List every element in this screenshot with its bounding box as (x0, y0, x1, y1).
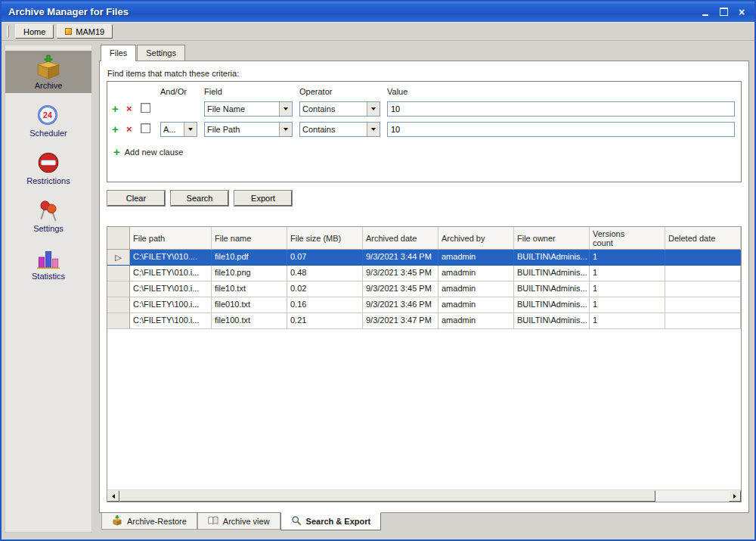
cell-file-path: C:\FILETY\100.i... (130, 313, 212, 329)
close-button[interactable]: × (736, 6, 748, 17)
sidebar-item-statistics[interactable]: Statistics (5, 241, 91, 284)
cell-file-path: C:\FILETY\100.i... (130, 297, 212, 313)
tab-search-export[interactable]: Search & Export (280, 512, 382, 530)
settings-pushpin-icon (36, 197, 61, 223)
scroll-left-button[interactable] (107, 490, 119, 502)
maximize-button[interactable] (717, 6, 730, 17)
row-selector[interactable] (107, 281, 130, 297)
tab-archive-view[interactable]: Archive view (197, 513, 280, 530)
cell-versions-count: 1 (590, 281, 665, 297)
sidebar-item-scheduler[interactable]: 24 Scheduler (5, 98, 91, 141)
home-button[interactable]: Home (15, 24, 54, 39)
window-content: Archive 24 Scheduler (2, 41, 754, 539)
grid-empty-area (107, 329, 741, 490)
tab-label: Archive view (223, 517, 270, 526)
cell-archived-by: amadmin (438, 297, 514, 313)
row-selector[interactable] (107, 266, 130, 281)
cell-file-name: file10.pdf (212, 250, 287, 266)
chevron-down-icon[interactable] (367, 123, 380, 136)
cell-versions-count: 1 (590, 297, 665, 313)
chevron-down-icon[interactable] (184, 123, 197, 136)
export-button[interactable]: Export (234, 191, 292, 206)
table-row[interactable]: C:\FILETY\010.i... file10.txt 0.02 9/3/2… (107, 281, 741, 297)
andor-dropdown-value: A... (161, 123, 184, 136)
column-header-deleted-date[interactable]: Deleted date (665, 227, 741, 250)
criteria-header-operator: Operator (299, 87, 387, 96)
scrollbar-thumb[interactable] (119, 490, 655, 502)
add-new-clause-link[interactable]: + Add new clause (113, 146, 736, 157)
sidebar-item-archive[interactable]: Archive (5, 51, 91, 93)
search-button[interactable]: Search (171, 191, 228, 206)
search-export-icon (291, 515, 302, 527)
archive-box-icon (36, 54, 61, 80)
clause-checkbox[interactable] (141, 123, 150, 133)
sidebar: Archive 24 Scheduler (5, 45, 92, 533)
column-header-archived-date[interactable]: Archived date (363, 227, 438, 250)
titlebar: Archive Manager for Files × (2, 2, 754, 22)
sidebar-item-settings[interactable]: Settings (5, 194, 91, 236)
sidebar-item-restrictions[interactable]: Restrictions (5, 146, 91, 188)
tab-archive-restore[interactable]: Archive-Restore (101, 513, 197, 530)
tab-files[interactable]: Files (101, 45, 136, 61)
column-header-file-owner[interactable]: File owner (514, 227, 590, 250)
column-header-file-size[interactable]: File size (MB) (287, 227, 363, 250)
andor-dropdown[interactable]: A... (160, 122, 197, 137)
table-row[interactable]: C:\FILETY\100.i... file100.txt 0.21 9/3/… (107, 313, 741, 329)
cell-deleted-date (665, 297, 741, 313)
chevron-down-icon[interactable] (279, 102, 292, 116)
table-row[interactable]: ▷ C:\FILETY\010.... file10.pdf 0.07 9/3/… (107, 250, 741, 266)
statistics-chart-icon (36, 245, 61, 271)
scheduler-clock-icon: 24 (36, 102, 61, 128)
cell-archived-by: amadmin (438, 250, 514, 266)
chevron-down-icon[interactable] (367, 102, 380, 116)
cell-file-name: file10.txt (212, 281, 287, 297)
toolbar-grip-handle[interactable] (7, 26, 9, 37)
cell-deleted-date (665, 281, 741, 297)
clause-checkbox[interactable] (141, 103, 150, 113)
cell-versions-count: 1 (590, 313, 665, 329)
cell-file-name: file100.txt (212, 313, 287, 329)
operator-dropdown[interactable]: Contains (299, 101, 380, 117)
clear-button[interactable]: Clear (107, 191, 165, 206)
column-header-archived-by[interactable]: Archived by (438, 227, 514, 250)
column-header-file-path[interactable]: File path (130, 227, 212, 250)
table-row[interactable]: C:\FILETY\100.i... file010.txt 0.16 9/3/… (107, 297, 741, 313)
column-header-file-name[interactable]: File name (212, 227, 287, 250)
scrollbar-track[interactable] (119, 490, 729, 502)
table-row[interactable]: C:\FILETY\010.i... file10.png 0.48 9/3/2… (107, 266, 741, 281)
add-clause-icon[interactable]: + (112, 123, 126, 135)
operator-dropdown[interactable]: Contains (299, 122, 380, 137)
field-dropdown[interactable]: File Path (204, 122, 293, 137)
app-window: Archive Manager for Files × Home MAM19 (0, 0, 756, 541)
row-selector[interactable] (107, 297, 130, 313)
cell-file-size: 0.16 (287, 297, 363, 313)
column-header-versions-count[interactable]: Versions count (590, 227, 665, 250)
criteria-header-field: Field (204, 87, 299, 96)
row-selector[interactable] (107, 313, 130, 329)
criteria-header-value: Value (387, 87, 736, 96)
table-header-row: File path File name File size (MB) Archi… (107, 227, 741, 250)
main-area: Files Settings Find items that match the… (99, 45, 749, 533)
scroll-right-button[interactable] (729, 490, 741, 502)
cell-archived-date: 9/3/2021 3:45 PM (363, 281, 438, 297)
row-selector[interactable]: ▷ (107, 250, 130, 266)
selector-column-header (107, 227, 130, 250)
add-clause-icon[interactable]: + (112, 103, 126, 114)
cell-archived-date: 9/3/2021 3:45 PM (363, 266, 438, 281)
field-dropdown[interactable]: File Name (204, 101, 293, 117)
server-tab-mam19[interactable]: MAM19 (57, 24, 113, 39)
field-dropdown-value: File Name (205, 102, 279, 116)
field-dropdown-value: File Path (205, 123, 279, 136)
value-input[interactable] (387, 122, 735, 137)
remove-clause-icon[interactable]: × (126, 104, 141, 113)
value-input[interactable] (387, 101, 735, 117)
horizontal-scrollbar[interactable] (107, 490, 741, 502)
add-new-clause-label: Add new clause (125, 148, 184, 157)
cell-file-size: 0.02 (287, 281, 363, 297)
remove-clause-icon[interactable]: × (126, 124, 141, 134)
chevron-down-icon[interactable] (279, 123, 292, 136)
tab-settings[interactable]: Settings (137, 45, 185, 61)
cell-archived-by: amadmin (438, 266, 514, 281)
minimize-button[interactable] (699, 6, 711, 17)
criteria-title: Find items that match these criteria: (107, 69, 742, 78)
